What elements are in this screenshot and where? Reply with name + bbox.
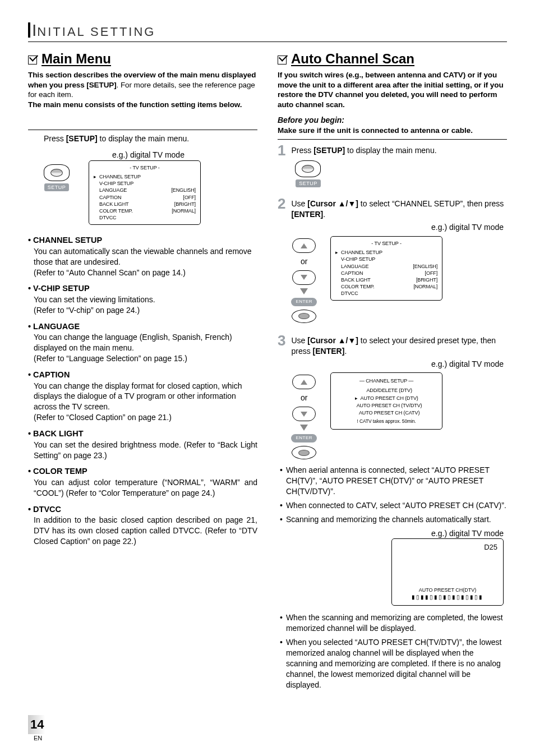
main-menu-heading: Main Menu [41, 50, 111, 68]
menu-item-title: • V-CHIP SETUP [28, 283, 257, 294]
menu-item-text: In addition to the basic closed caption … [34, 515, 257, 547]
scan-preset-label: AUTO PRESET CH(DTV) [392, 587, 503, 593]
osd-line: AUTO PRESET CH (TV/DTV) [336, 402, 436, 409]
osd-note: ! CATV takes approx. 50min. [336, 418, 436, 425]
setup-button-icon [44, 164, 70, 181]
bullet-item: When the scanning and memorizing are com… [280, 612, 507, 634]
osd-row: LANGUAGE[ENGLISH] [335, 263, 437, 270]
setup-button-label: SETUP [44, 183, 70, 191]
t: Use [291, 336, 307, 345]
t: to display the main menu. [345, 146, 436, 155]
separator [28, 130, 257, 130]
page-footer: 14 EN [28, 715, 48, 743]
scan-progress-bars: ▮▯▮▮▯▮▯▮▯▮▯▮▯▮▯▮ [412, 593, 483, 601]
osd-tv-setup: - TV SETUP - ▸CHANNEL SETUPV-CHIP SETUPL… [89, 160, 201, 225]
osd-row: COLOR TEMP.[NORMAL] [335, 283, 437, 290]
menu-item-text: You can change the language (English, Sp… [34, 332, 257, 364]
menu-items-list: • CHANNEL SETUPYou can automatically sca… [28, 235, 257, 547]
menu-item: • V-CHIP SETUPYou can set the viewing li… [28, 283, 257, 315]
t: Use [291, 199, 307, 208]
osd-row: LANGUAGE[ENGLISH] [94, 187, 196, 193]
cursor-key: [Cursor ▲/▼] [307, 199, 358, 208]
before-you-begin-text: Make sure if the unit is connected to an… [278, 126, 507, 136]
step-3: 3 Use [Cursor ▲/▼] to select your desire… [278, 333, 507, 459]
osd-row: ▸CHANNEL SETUP [335, 249, 437, 256]
menu-item: • LANGUAGEYou can change the language (E… [28, 321, 257, 364]
scan-channel-number: D25 [484, 542, 497, 552]
page-header: INITIAL SETTING [28, 22, 507, 42]
menu-item-text: You can change the display format for cl… [34, 381, 257, 423]
osd-row: ▸CHANNEL SETUP [94, 173, 196, 180]
osd-row: CAPTION[OFF] [94, 194, 196, 201]
or-text: or [301, 393, 307, 403]
menu-item-text: You can adjust color temperature (“NORMA… [34, 477, 257, 499]
osd-line: ADD/DELETE (DTV) [336, 387, 436, 394]
remote-cursor-stack: or ENTER [291, 372, 317, 459]
osd-row: BACK LIGHT[BRIGHT] [335, 276, 437, 283]
menu-item-title: • BACK LIGHT [28, 428, 257, 440]
press-setup-line: Press [SETUP] to display the main menu. [44, 133, 257, 144]
setup-button-label: SETUP [296, 179, 321, 187]
osd-title: - TV SETUP - [335, 240, 437, 247]
osd-row: CAPTION[OFF] [335, 270, 437, 276]
osd-row: BACK LIGHT[BRIGHT] [94, 201, 196, 208]
t: Press [44, 134, 66, 143]
eg-label: e.g.) digital TV mode [112, 150, 252, 160]
osd-row: COLOR TEMP.[NORMAL] [94, 208, 196, 214]
menu-item: • COLOR TEMPYou can adjust color tempera… [28, 466, 257, 498]
menu-item: • CAPTIONYou can change the display form… [28, 370, 257, 423]
bullet-item: When you selected “AUTO PRESET CH(TV/DTV… [280, 637, 507, 690]
menu-item-title: • CAPTION [28, 370, 257, 381]
right-column: Auto Channel Scan If you switch wires (e… [278, 47, 507, 694]
intro-part3: The main menu consists of the function s… [28, 100, 242, 109]
bullet-item: When connected to CATV, select “AUTO PRE… [280, 500, 507, 511]
intro-setup-key: [SETUP] [86, 81, 116, 89]
setup-button-graphic: SETUP [291, 160, 325, 187]
menu-item-text: You can set the viewing limitations.(Ref… [34, 294, 257, 316]
osd-row: DTVCC [335, 290, 437, 297]
osd-line: ▸AUTO PRESET CH (DTV) [336, 395, 436, 402]
cursor-down-button [292, 407, 316, 421]
osd-title: - TV SETUP - [94, 164, 196, 171]
menu-item-text: You can automatically scan the viewable … [34, 246, 257, 278]
osd-channel-setup: — CHANNEL SETUP — ADD/DELETE (DTV)▸AUTO … [330, 372, 442, 430]
enter-label: ENTER [291, 298, 317, 306]
osd-row: DTVCC [94, 214, 196, 221]
step-number-3: 3 [278, 333, 285, 348]
arrow-down-icon [300, 425, 308, 431]
osd-line: AUTO PRESET CH (CATV) [336, 409, 436, 417]
step-2: 2 Use [Cursor ▲/▼] to select “CHANNEL SE… [278, 196, 507, 322]
menu-item: • DTVCCIn addition to the basic closed c… [28, 504, 257, 547]
step-1: 1 Press [SETUP] to display the main menu… [278, 143, 507, 187]
check-icon [278, 56, 287, 64]
t: to select “CHANNEL SETUP”, then press [358, 199, 504, 208]
bullets-group-1: When aerial antenna is connected, select… [280, 465, 507, 524]
enter-key: [ENTER] [291, 210, 323, 219]
bullets-group-2: When the scanning and memorizing are com… [280, 612, 507, 690]
auto-channel-scan-heading: Auto Channel Scan [291, 50, 414, 68]
eg-label: e.g.) digital TV mode [278, 528, 504, 539]
check-icon [28, 56, 37, 64]
menu-item: • BACK LIGHTYou can set the desired brig… [28, 428, 257, 460]
header-rest: NITIAL SETTING [37, 25, 155, 39]
setup-button-icon [295, 160, 321, 177]
enter-label: ENTER [291, 434, 317, 442]
osd-tv-setup-2: - TV SETUP - ▸CHANNEL SETUPV-CHIP SETUPL… [330, 236, 442, 301]
enter-button [292, 310, 316, 323]
osd-scan-progress: D25 AUTO PRESET CH(DTV) ▮▯▮▮▯▮▯▮▯▮▯▮▯▮▯▮ [391, 538, 504, 606]
before-you-begin-label: Before you begin: [278, 115, 507, 126]
step-number-1: 1 [278, 143, 285, 158]
enter-key: [ENTER] [313, 347, 345, 356]
t: Press [291, 146, 313, 155]
setup-key: [SETUP] [66, 134, 98, 143]
arrow-down-icon [300, 288, 308, 294]
t: to display the main menu. [98, 134, 189, 143]
setup-button-graphic: SETUP [44, 164, 70, 191]
menu-item-title: • LANGUAGE [28, 321, 257, 333]
main-menu-intro: This section describes the overview of t… [28, 70, 257, 109]
cursor-up-button [292, 238, 316, 253]
enter-button [292, 446, 316, 459]
t: . [323, 210, 325, 219]
eg-label: e.g.) digital TV mode [291, 359, 504, 370]
remote-cursor-stack: or ENTER [291, 236, 317, 323]
